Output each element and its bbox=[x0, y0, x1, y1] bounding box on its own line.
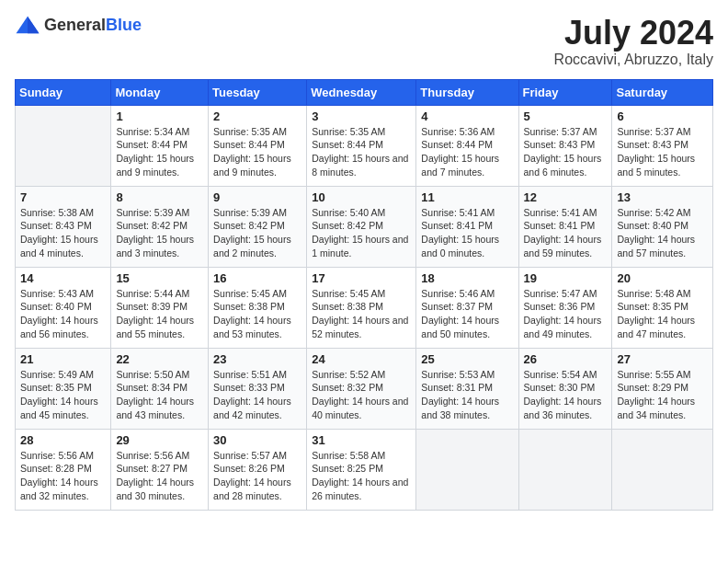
day-info: Sunrise: 5:45 AMSunset: 8:38 PMDaylight:… bbox=[312, 287, 411, 341]
day-info: Sunrise: 5:46 AMSunset: 8:37 PMDaylight:… bbox=[421, 287, 513, 341]
calendar-table: SundayMondayTuesdayWednesdayThursdayFrid… bbox=[15, 79, 713, 511]
calendar-cell bbox=[612, 429, 713, 510]
calendar-cell: 23Sunrise: 5:51 AMSunset: 8:33 PMDayligh… bbox=[209, 348, 307, 429]
day-info: Sunrise: 5:41 AMSunset: 8:41 PMDaylight:… bbox=[524, 206, 608, 260]
day-number: 3 bbox=[312, 109, 411, 123]
day-number: 14 bbox=[20, 271, 106, 285]
logo-general: General bbox=[44, 16, 106, 34]
calendar-cell: 18Sunrise: 5:46 AMSunset: 8:37 PMDayligh… bbox=[416, 267, 518, 348]
day-info: Sunrise: 5:39 AMSunset: 8:42 PMDaylight:… bbox=[213, 206, 301, 260]
calendar-week-5: 28Sunrise: 5:56 AMSunset: 8:28 PMDayligh… bbox=[16, 429, 713, 510]
day-info: Sunrise: 5:44 AMSunset: 8:39 PMDaylight:… bbox=[116, 287, 203, 341]
day-info: Sunrise: 5:37 AMSunset: 8:43 PMDaylight:… bbox=[524, 125, 608, 179]
day-info: Sunrise: 5:43 AMSunset: 8:40 PMDaylight:… bbox=[20, 287, 106, 341]
day-number: 29 bbox=[116, 433, 203, 447]
day-info: Sunrise: 5:47 AMSunset: 8:36 PMDaylight:… bbox=[524, 287, 608, 341]
day-number: 9 bbox=[213, 190, 301, 204]
day-info: Sunrise: 5:49 AMSunset: 8:35 PMDaylight:… bbox=[20, 368, 106, 422]
calendar-cell: 9Sunrise: 5:39 AMSunset: 8:42 PMDaylight… bbox=[209, 186, 307, 267]
day-number: 17 bbox=[312, 271, 411, 285]
calendar-cell: 21Sunrise: 5:49 AMSunset: 8:35 PMDayligh… bbox=[16, 348, 111, 429]
day-number: 6 bbox=[617, 109, 708, 123]
day-number: 15 bbox=[116, 271, 203, 285]
calendar-cell: 3Sunrise: 5:35 AMSunset: 8:44 PMDaylight… bbox=[307, 105, 416, 186]
col-header-thursday: Thursday bbox=[416, 79, 518, 105]
day-info: Sunrise: 5:56 AMSunset: 8:27 PMDaylight:… bbox=[116, 449, 203, 503]
logo-icon bbox=[15, 15, 40, 35]
day-info: Sunrise: 5:35 AMSunset: 8:44 PMDaylight:… bbox=[312, 125, 411, 179]
day-number: 27 bbox=[617, 352, 708, 366]
day-info: Sunrise: 5:34 AMSunset: 8:44 PMDaylight:… bbox=[116, 125, 203, 179]
day-number: 21 bbox=[20, 352, 106, 366]
calendar-header: SundayMondayTuesdayWednesdayThursdayFrid… bbox=[16, 79, 713, 105]
day-info: Sunrise: 5:42 AMSunset: 8:40 PMDaylight:… bbox=[617, 206, 708, 260]
calendar-cell: 22Sunrise: 5:50 AMSunset: 8:34 PMDayligh… bbox=[111, 348, 209, 429]
day-number: 23 bbox=[213, 352, 301, 366]
day-number: 24 bbox=[312, 352, 411, 366]
day-info: Sunrise: 5:48 AMSunset: 8:35 PMDaylight:… bbox=[617, 287, 708, 341]
day-number: 31 bbox=[312, 433, 411, 447]
calendar-cell: 29Sunrise: 5:56 AMSunset: 8:27 PMDayligh… bbox=[111, 429, 209, 510]
calendar-cell: 28Sunrise: 5:56 AMSunset: 8:28 PMDayligh… bbox=[16, 429, 111, 510]
calendar-cell: 12Sunrise: 5:41 AMSunset: 8:41 PMDayligh… bbox=[518, 186, 612, 267]
day-number: 16 bbox=[213, 271, 301, 285]
calendar-week-2: 7Sunrise: 5:38 AMSunset: 8:43 PMDaylight… bbox=[16, 186, 713, 267]
calendar-cell: 7Sunrise: 5:38 AMSunset: 8:43 PMDaylight… bbox=[16, 186, 111, 267]
day-info: Sunrise: 5:56 AMSunset: 8:28 PMDaylight:… bbox=[20, 449, 106, 503]
calendar-cell: 14Sunrise: 5:43 AMSunset: 8:40 PMDayligh… bbox=[16, 267, 111, 348]
day-info: Sunrise: 5:52 AMSunset: 8:32 PMDaylight:… bbox=[312, 368, 411, 422]
day-number: 11 bbox=[421, 190, 513, 204]
day-number: 8 bbox=[116, 190, 203, 204]
calendar-cell: 2Sunrise: 5:35 AMSunset: 8:44 PMDaylight… bbox=[209, 105, 307, 186]
day-number: 22 bbox=[116, 352, 203, 366]
calendar-cell: 15Sunrise: 5:44 AMSunset: 8:39 PMDayligh… bbox=[111, 267, 209, 348]
day-number: 7 bbox=[20, 190, 106, 204]
location-title: Roccavivi, Abruzzo, Italy bbox=[554, 52, 713, 68]
day-info: Sunrise: 5:51 AMSunset: 8:33 PMDaylight:… bbox=[213, 368, 301, 422]
day-number: 26 bbox=[524, 352, 608, 366]
day-info: Sunrise: 5:45 AMSunset: 8:38 PMDaylight:… bbox=[213, 287, 301, 341]
calendar-cell: 25Sunrise: 5:53 AMSunset: 8:31 PMDayligh… bbox=[416, 348, 518, 429]
calendar-cell: 10Sunrise: 5:40 AMSunset: 8:42 PMDayligh… bbox=[307, 186, 416, 267]
day-number: 1 bbox=[116, 109, 203, 123]
day-number: 4 bbox=[421, 109, 513, 123]
calendar-cell: 24Sunrise: 5:52 AMSunset: 8:32 PMDayligh… bbox=[307, 348, 416, 429]
calendar-cell: 5Sunrise: 5:37 AMSunset: 8:43 PMDaylight… bbox=[518, 105, 612, 186]
month-title: July 2024 bbox=[554, 15, 713, 52]
calendar-cell: 31Sunrise: 5:58 AMSunset: 8:25 PMDayligh… bbox=[307, 429, 416, 510]
col-header-saturday: Saturday bbox=[612, 79, 713, 105]
day-info: Sunrise: 5:53 AMSunset: 8:31 PMDaylight:… bbox=[421, 368, 513, 422]
calendar-cell: 8Sunrise: 5:39 AMSunset: 8:42 PMDaylight… bbox=[111, 186, 209, 267]
logo-blue: Blue bbox=[106, 16, 142, 34]
day-info: Sunrise: 5:38 AMSunset: 8:43 PMDaylight:… bbox=[20, 206, 106, 260]
day-info: Sunrise: 5:37 AMSunset: 8:43 PMDaylight:… bbox=[617, 125, 708, 179]
calendar-week-4: 21Sunrise: 5:49 AMSunset: 8:35 PMDayligh… bbox=[16, 348, 713, 429]
day-info: Sunrise: 5:57 AMSunset: 8:26 PMDaylight:… bbox=[213, 449, 301, 503]
col-header-friday: Friday bbox=[518, 79, 612, 105]
day-number: 25 bbox=[421, 352, 513, 366]
day-info: Sunrise: 5:39 AMSunset: 8:42 PMDaylight:… bbox=[116, 206, 203, 260]
day-number: 28 bbox=[20, 433, 106, 447]
day-number: 19 bbox=[524, 271, 608, 285]
calendar-cell: 6Sunrise: 5:37 AMSunset: 8:43 PMDaylight… bbox=[612, 105, 713, 186]
calendar-cell: 16Sunrise: 5:45 AMSunset: 8:38 PMDayligh… bbox=[209, 267, 307, 348]
day-info: Sunrise: 5:36 AMSunset: 8:44 PMDaylight:… bbox=[421, 125, 513, 179]
col-header-sunday: Sunday bbox=[16, 79, 111, 105]
col-header-tuesday: Tuesday bbox=[209, 79, 307, 105]
calendar-cell: 27Sunrise: 5:55 AMSunset: 8:29 PMDayligh… bbox=[612, 348, 713, 429]
calendar-cell bbox=[16, 105, 111, 186]
day-number: 13 bbox=[617, 190, 708, 204]
day-number: 30 bbox=[213, 433, 301, 447]
calendar-cell: 30Sunrise: 5:57 AMSunset: 8:26 PMDayligh… bbox=[209, 429, 307, 510]
day-info: Sunrise: 5:54 AMSunset: 8:30 PMDaylight:… bbox=[524, 368, 608, 422]
calendar-cell bbox=[416, 429, 518, 510]
calendar-cell: 17Sunrise: 5:45 AMSunset: 8:38 PMDayligh… bbox=[307, 267, 416, 348]
day-number: 12 bbox=[524, 190, 608, 204]
calendar-cell: 13Sunrise: 5:42 AMSunset: 8:40 PMDayligh… bbox=[612, 186, 713, 267]
day-info: Sunrise: 5:50 AMSunset: 8:34 PMDaylight:… bbox=[116, 368, 203, 422]
day-info: Sunrise: 5:40 AMSunset: 8:42 PMDaylight:… bbox=[312, 206, 411, 260]
page-header: GeneralBlue July 2024 Roccavivi, Abruzzo… bbox=[15, 15, 713, 68]
title-block: July 2024 Roccavivi, Abruzzo, Italy bbox=[554, 15, 713, 68]
calendar-cell bbox=[518, 429, 612, 510]
col-header-monday: Monday bbox=[111, 79, 209, 105]
